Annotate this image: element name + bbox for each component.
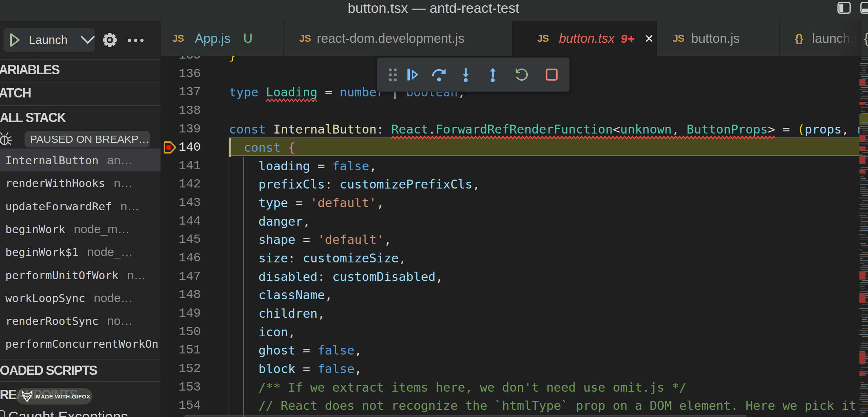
frame-source: n… bbox=[121, 199, 139, 213]
stop-button[interactable] bbox=[543, 61, 561, 88]
fox-icon bbox=[20, 390, 34, 403]
error-squiggles bbox=[160, 56, 859, 417]
toggle-panel-icon[interactable] bbox=[860, 2, 868, 15]
tab-App.js[interactable]: JSApp.jsU bbox=[161, 21, 284, 56]
restart-icon bbox=[514, 67, 530, 82]
toggle-sidebar-icon[interactable] bbox=[837, 2, 851, 15]
debug-toolbar bbox=[377, 57, 570, 92]
frame-name: performConcurrentWorkOn bbox=[5, 337, 158, 350]
editor-tab-bar: JSApp.jsUJSreact-dom.development.jsJSbut… bbox=[160, 21, 868, 56]
section-header-variables[interactable]: VARIABLES bbox=[0, 62, 59, 77]
js-file-icon: JS bbox=[673, 33, 684, 44]
tab-launch.json[interactable]: {}launch.json bbox=[780, 21, 861, 56]
section-separator bbox=[0, 59, 160, 60]
frame-source: n… bbox=[127, 268, 146, 282]
tab-label: { bbox=[864, 31, 868, 46]
tab-button.js[interactable]: JSbutton.js bbox=[657, 21, 780, 56]
stack-frame-performConcurrentWorkOn[interactable]: performConcurrentWorkOn bbox=[0, 332, 160, 355]
minimap-error-mark bbox=[859, 170, 866, 174]
frame-name: workLoopSync bbox=[5, 292, 85, 305]
window-title: button.tsx — antd-react-test bbox=[0, 0, 867, 16]
frame-name: beginWork bbox=[5, 223, 65, 236]
tab-label: react-dom.development.js bbox=[317, 31, 464, 46]
frame-source: an… bbox=[107, 153, 133, 167]
frame-source: node_m… bbox=[74, 222, 130, 236]
step-out-button[interactable] bbox=[484, 61, 502, 88]
tab-[interactable]: { bbox=[861, 21, 868, 56]
bug-icon bbox=[0, 131, 12, 148]
frame-source: node_… bbox=[87, 245, 133, 258]
debug-launch-button[interactable]: Launch bbox=[4, 28, 95, 52]
breakpoint-item-label: Caught Exceptions bbox=[8, 409, 128, 417]
step-into-icon bbox=[458, 67, 474, 82]
paused-on-breakpoint-badge: PAUSED ON BREAKP… bbox=[25, 131, 150, 147]
section-separator bbox=[0, 381, 160, 382]
frame-source: node… bbox=[94, 291, 133, 305]
close-tab-icon[interactable]: × bbox=[645, 22, 654, 55]
tab-label: button.js bbox=[691, 31, 740, 46]
stop-icon bbox=[544, 67, 560, 82]
js-file-icon: JS bbox=[537, 33, 548, 44]
js-file-icon: JS bbox=[299, 33, 311, 44]
step-into-button[interactable] bbox=[457, 61, 475, 88]
frame-source: n… bbox=[114, 176, 133, 190]
section-separator bbox=[0, 82, 160, 82]
section-header-watch[interactable]: WATCH bbox=[0, 86, 31, 101]
section-header-loaded-scripts[interactable]: LOADED SCRIPTS bbox=[0, 363, 97, 378]
checkbox-icon[interactable] bbox=[0, 410, 5, 417]
minimap-error-mark bbox=[859, 372, 866, 376]
tab-overflow-fade bbox=[838, 21, 860, 56]
tab-reactdom.development.js[interactable]: JSreact-dom.development.js bbox=[284, 21, 513, 56]
stack-frame-performUnitOfWork[interactable]: performUnitOfWorkn… bbox=[0, 263, 160, 286]
frame-name: performUnitOfWork bbox=[5, 269, 118, 282]
problems-count-badge: 9+ bbox=[621, 32, 634, 46]
frame-name: beginWork$1 bbox=[5, 246, 78, 258]
js-file-icon: JS bbox=[172, 33, 184, 44]
stack-frame-renderRootSync[interactable]: renderRootSyncno… bbox=[0, 309, 160, 332]
stack-frame-renderWithHooks[interactable]: renderWithHooksn… bbox=[0, 171, 160, 194]
stack-frame-updateForwardRef[interactable]: updateForwardRefn… bbox=[0, 195, 160, 217]
stack-frame-workLoopSync[interactable]: workLoopSyncnode… bbox=[0, 286, 160, 309]
stack-frame-beginWork[interactable]: beginWorknode_m… bbox=[0, 217, 160, 240]
stack-frame-InternalButton[interactable]: InternalButtonan… bbox=[0, 149, 160, 171]
restart-button[interactable] bbox=[513, 61, 531, 88]
frame-name: updateForwardRef bbox=[5, 200, 112, 213]
horizontal-scrollbar[interactable] bbox=[185, 415, 746, 417]
git-status-badge: U bbox=[243, 31, 252, 46]
gear-icon[interactable] bbox=[102, 32, 117, 49]
frame-name: InternalButton bbox=[5, 154, 98, 167]
minimap[interactable] bbox=[859, 56, 868, 417]
continue-button[interactable] bbox=[404, 61, 422, 88]
gifox-watermark-label: MADE WITH GIFOX bbox=[36, 393, 91, 400]
frame-source: no… bbox=[107, 314, 133, 327]
ellipsis-icon[interactable] bbox=[127, 37, 145, 45]
launch-config-label: Launch bbox=[29, 33, 67, 47]
step-over-button[interactable] bbox=[430, 61, 448, 88]
section-header-call-stack[interactable]: CALL STACK bbox=[0, 110, 66, 125]
tab-button.tsx[interactable]: JSbutton.tsx9+× bbox=[513, 21, 657, 56]
tab-label: button.tsx bbox=[559, 31, 614, 46]
toolbar-drag-handle bbox=[384, 61, 402, 88]
error-squiggle bbox=[391, 135, 775, 140]
breakpoint-item-caught-exceptions[interactable]: Caught Exceptions bbox=[0, 409, 128, 417]
error-squiggle bbox=[266, 98, 318, 102]
section-separator bbox=[0, 359, 160, 360]
step-over-icon bbox=[431, 67, 447, 82]
frame-name: renderRootSync bbox=[5, 315, 98, 327]
play-outline-icon bbox=[10, 32, 20, 47]
chevron-down-icon[interactable] bbox=[81, 36, 95, 44]
json-file-icon: {} bbox=[795, 32, 803, 45]
minimap-error-mark bbox=[859, 135, 866, 142]
continue-icon bbox=[405, 67, 420, 82]
minimap-error-mark bbox=[859, 146, 866, 151]
minimap-error-mark bbox=[859, 102, 866, 105]
stack-frame-beginWork$1[interactable]: beginWork$1node_… bbox=[0, 240, 160, 263]
minimap-error-mark bbox=[859, 271, 866, 280]
minimap-error-mark bbox=[859, 155, 866, 164]
debug-side-bar: Launch VARIABLESWATCHCALL STACKLOADED SC… bbox=[0, 21, 160, 417]
tab-label: App.js bbox=[195, 31, 230, 46]
minimap-error-mark bbox=[859, 79, 866, 86]
code-editor[interactable]: 1351361371381391401411421431441451461471… bbox=[160, 56, 868, 417]
minimap-error-mark bbox=[859, 352, 866, 364]
gifox-watermark: MADE WITH GIFOX bbox=[16, 388, 92, 405]
